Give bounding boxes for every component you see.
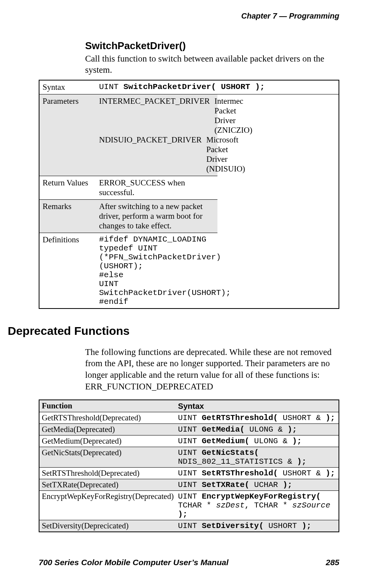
row-definitions: Definitions #ifdef DYNAMIC_LOADING typed…: [39, 233, 339, 309]
dep-function-name: SetTXRate(Deprecated): [39, 479, 176, 491]
table-row: EncryptWepKeyForRegistry(Deprecated)UINT…: [39, 491, 339, 520]
parameters-cell: INTERMEC_PACKET_DRIVER Intermec Packet D…: [96, 94, 217, 176]
dep-syntax: UINT GetMedium( ULONG & );: [176, 435, 339, 447]
table-row: GetMedia(Deprecated)UINT GetMedia( ULONG…: [39, 424, 339, 435]
dep-function-name: EncryptWepKeyForRegistry(Deprecated): [39, 491, 176, 520]
remarks-value: After switching to a new packet driver, …: [96, 199, 217, 233]
param-1-key: INTERMEC_PACKET_DRIVER: [99, 96, 210, 135]
label-syntax: Syntax: [39, 80, 96, 94]
row-syntax: Syntax UINT SwitchPacketDriver( USHORT )…: [39, 80, 339, 94]
function-title: SwitchPacketDriver(): [39, 40, 339, 52]
param-row-2: NDISUIO_PACKET_DRIVER Microsoft Packet D…: [99, 135, 214, 174]
dep-th-syntax: Syntax: [176, 400, 339, 412]
definitions-code: #ifdef DYNAMIC_LOADING typedef UINT (*PF…: [96, 233, 217, 309]
param-1-val: Intermec Packet Driver (ZNICZIO): [214, 96, 252, 135]
param-row-1: INTERMEC_PACKET_DRIVER Intermec Packet D…: [99, 96, 214, 135]
chapter-dash: —: [279, 12, 287, 20]
dep-syntax: UINT SetRTSThreshold( USHORT & );: [176, 468, 339, 479]
table-row: SetRTSThreshold(Deprecated)UINT SetRTSTh…: [39, 468, 339, 479]
footer-title: 700 Series Color Mobile Computer User’s …: [39, 558, 229, 567]
dep-syntax: UINT GetMedia( ULONG & );: [176, 424, 339, 435]
dep-syntax: UINT SetTXRate( UCHAR );: [176, 479, 339, 491]
dep-function-name: SetRTSThreshold(Deprecated): [39, 468, 176, 479]
deprecated-heading: Deprecated Functions: [8, 324, 339, 338]
table-row: SetDiversity(Deprecicated)UINT SetDivers…: [39, 520, 339, 532]
dep-syntax: UINT EncryptWepKeyForRegistry( TCHAR * s…: [176, 491, 339, 520]
label-parameters: Parameters: [39, 94, 96, 176]
dep-syntax: UINT GetRTSThreshold( USHORT & );: [176, 412, 339, 424]
dep-function-name: GetMedia(Deprecated): [39, 424, 176, 435]
chapter-header: Chapter 7 — Programming: [39, 12, 339, 21]
chapter-number: 7: [273, 12, 277, 20]
dep-function-name: GetMedium(Deprecated): [39, 435, 176, 447]
page: Chapter 7 — Programming SwitchPacketDriv…: [0, 0, 378, 588]
label-remarks: Remarks: [39, 199, 96, 233]
table-row: GetMedium(Deprecated)UINT GetMedium( ULO…: [39, 435, 339, 447]
dep-syntax: UINT GetNicStats( NDIS_802_11_STATISTICS…: [176, 447, 339, 468]
table-row: SetTXRate(Deprecated)UINT SetTXRate( UCH…: [39, 479, 339, 491]
param-2-key: NDISUIO_PACKET_DRIVER: [99, 135, 202, 174]
row-parameters: Parameters INTERMEC_PACKET_DRIVER Interm…: [39, 94, 339, 176]
deprecated-table: Function Syntax GetRTSThreshold(Deprecat…: [39, 399, 339, 532]
dep-function-name: GetRTSThreshold(Deprecated): [39, 412, 176, 424]
row-return: Return Values ERROR_SUCCESS when success…: [39, 176, 339, 199]
page-footer: 700 Series Color Mobile Computer User’s …: [39, 558, 339, 567]
dep-function-name: GetNicStats(Deprecated): [39, 447, 176, 468]
syntax-code: UINT SwitchPacketDriver( USHORT );: [96, 80, 339, 94]
function-description: Call this function to switch between ava…: [39, 53, 339, 76]
return-value: ERROR_SUCCESS when successful.: [96, 176, 217, 199]
chapter-title: Programming: [289, 12, 339, 20]
row-remarks: Remarks After switching to a new packet …: [39, 199, 339, 233]
deprecated-paragraph: The following functions are deprecated. …: [39, 346, 339, 393]
label-return: Return Values: [39, 176, 96, 199]
dep-th-function: Function: [39, 400, 176, 412]
table-row: GetRTSThreshold(Deprecated)UINT GetRTSTh…: [39, 412, 339, 424]
api-table: Syntax UINT SwitchPacketDriver( USHORT )…: [39, 80, 339, 309]
dep-function-name: SetDiversity(Deprecicated): [39, 520, 176, 532]
footer-page-number: 285: [326, 558, 339, 567]
dep-syntax: UINT SetDiversity( USHORT );: [176, 520, 339, 532]
label-definitions: Definitions: [39, 233, 96, 309]
table-row: GetNicStats(Deprecated)UINT GetNicStats(…: [39, 447, 339, 468]
chapter-word: Chapter: [241, 12, 271, 20]
param-2-val: Microsoft Packet Driver (NDISUIO): [206, 135, 245, 174]
